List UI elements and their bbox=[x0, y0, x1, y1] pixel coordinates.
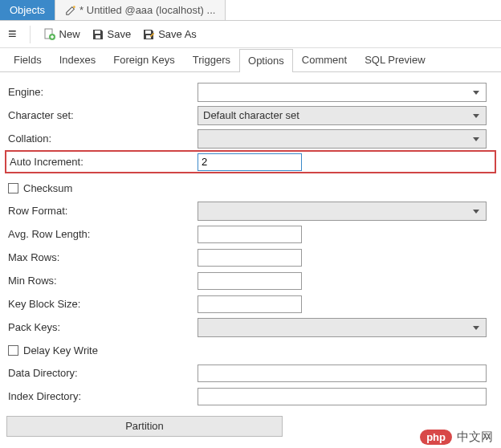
delay-key-write-checkbox[interactable] bbox=[8, 345, 18, 356]
charset-row: Character set: Default character set bbox=[6, 104, 495, 127]
charset-select[interactable]: Default character set bbox=[198, 106, 487, 125]
tab-options[interactable]: Options bbox=[239, 49, 293, 72]
tab-label: Foreign Keys bbox=[113, 54, 175, 66]
index-directory-label: Index Directory: bbox=[6, 390, 198, 402]
svg-rect-4 bbox=[96, 35, 100, 39]
avg-row-length-row: Avg. Row Length: bbox=[6, 222, 495, 246]
pack-keys-label: Pack Keys: bbox=[6, 321, 198, 333]
separator bbox=[30, 26, 31, 43]
key-block-size-label: Key Block Size: bbox=[6, 298, 198, 310]
engine-label: Engine: bbox=[6, 86, 198, 98]
delay-key-write-label: Delay Key Write bbox=[23, 344, 98, 356]
pack-keys-select[interactable] bbox=[198, 318, 487, 337]
data-directory-row: Data Directory: bbox=[6, 361, 495, 385]
save-label: Save bbox=[108, 28, 132, 40]
new-icon bbox=[43, 28, 56, 41]
watermark: php 中文网 bbox=[420, 430, 493, 437]
row-format-row: Row Format: bbox=[6, 199, 495, 222]
window-tabs: Objects * Untitled @aaa (localhost) ... bbox=[0, 0, 501, 21]
min-rows-row: Min Rows: bbox=[6, 269, 495, 292]
tab-label: * Untitled @aaa (localhost) ... bbox=[79, 4, 215, 16]
checksum-label: Checksum bbox=[23, 182, 72, 194]
watermark-text: 中文网 bbox=[457, 430, 493, 437]
tab-indexes[interactable]: Indexes bbox=[51, 48, 105, 71]
tab-untitled[interactable]: * Untitled @aaa (localhost) ... bbox=[55, 0, 226, 20]
tab-objects[interactable]: Objects bbox=[0, 0, 55, 20]
partition-label: Partition bbox=[125, 420, 164, 432]
delay-key-write-row: Delay Key Write bbox=[6, 339, 495, 361]
watermark-badge: php bbox=[420, 430, 452, 437]
collation-row: Collation: bbox=[6, 127, 495, 150]
tab-label: SQL Preview bbox=[365, 54, 425, 66]
row-format-label: Row Format: bbox=[6, 205, 198, 217]
tab-label: Objects bbox=[10, 4, 45, 16]
min-rows-input[interactable] bbox=[198, 272, 302, 290]
max-rows-input[interactable] bbox=[198, 249, 302, 267]
tab-label: Indexes bbox=[59, 54, 96, 66]
max-rows-label: Max Rows: bbox=[6, 251, 198, 263]
partition-button[interactable]: Partition bbox=[6, 416, 283, 437]
tab-sql-preview[interactable]: SQL Preview bbox=[356, 48, 434, 71]
save-button[interactable]: Save bbox=[92, 28, 132, 41]
tab-fields[interactable]: Fields bbox=[5, 48, 51, 71]
index-directory-row: Index Directory: bbox=[6, 385, 495, 408]
auto-increment-input[interactable] bbox=[198, 153, 302, 171]
checksum-checkbox[interactable] bbox=[8, 183, 18, 193]
options-form: Engine: Character set: Default character… bbox=[0, 72, 501, 437]
checksum-row: Checksum bbox=[6, 177, 495, 199]
svg-point-0 bbox=[73, 6, 75, 8]
min-rows-label: Min Rows: bbox=[6, 275, 198, 287]
collation-label: Collation: bbox=[6, 132, 198, 145]
tab-triggers[interactable]: Triggers bbox=[184, 48, 239, 71]
new-button[interactable]: New bbox=[43, 28, 80, 41]
data-directory-label: Data Directory: bbox=[6, 367, 198, 379]
avg-row-length-label: Avg. Row Length: bbox=[6, 228, 198, 240]
auto-increment-label: Auto Increment: bbox=[8, 156, 198, 168]
pack-keys-row: Pack Keys: bbox=[6, 316, 495, 339]
row-format-select[interactable] bbox=[198, 202, 487, 221]
collation-select[interactable] bbox=[198, 129, 487, 149]
save-icon bbox=[92, 28, 104, 41]
charset-label: Character set: bbox=[6, 109, 198, 121]
engine-select[interactable] bbox=[198, 83, 487, 102]
hamburger-icon[interactable]: ≡ bbox=[8, 26, 17, 43]
svg-rect-5 bbox=[145, 31, 151, 34]
data-directory-input[interactable] bbox=[198, 365, 487, 382]
tab-label: Comment bbox=[302, 54, 347, 66]
avg-row-length-input[interactable] bbox=[198, 226, 302, 243]
tab-label: Triggers bbox=[193, 54, 230, 66]
save-as-icon bbox=[142, 28, 155, 41]
tab-comment[interactable]: Comment bbox=[293, 48, 356, 71]
inner-tabs: Fields Indexes Foreign Keys Triggers Opt… bbox=[0, 48, 501, 72]
save-as-button[interactable]: Save As bbox=[142, 28, 197, 41]
new-label: New bbox=[59, 28, 80, 40]
key-block-size-input[interactable] bbox=[198, 295, 302, 313]
svg-rect-3 bbox=[95, 31, 100, 34]
tab-label: Options bbox=[248, 55, 284, 67]
index-directory-input[interactable] bbox=[198, 388, 487, 405]
toolbar: ≡ New Save Save As bbox=[0, 21, 501, 48]
edit-icon bbox=[65, 5, 76, 16]
tab-foreign-keys[interactable]: Foreign Keys bbox=[104, 48, 184, 71]
tab-label: Fields bbox=[14, 54, 42, 66]
key-block-size-row: Key Block Size: bbox=[6, 292, 495, 316]
charset-value: Default character set bbox=[203, 109, 299, 121]
save-as-label: Save As bbox=[158, 28, 197, 40]
auto-increment-row: Auto Increment: bbox=[5, 150, 496, 173]
engine-row: Engine: bbox=[6, 80, 495, 104]
max-rows-row: Max Rows: bbox=[6, 246, 495, 269]
